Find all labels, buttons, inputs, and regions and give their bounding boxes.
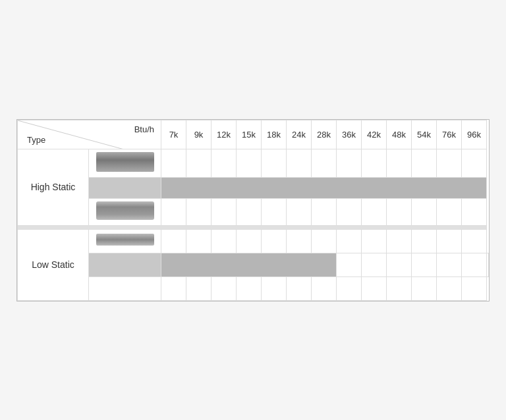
data-h2-96k (462, 198, 487, 225)
data-l1-76k (437, 229, 462, 253)
high-static-bar-image (89, 177, 161, 198)
col-9k: 9k (186, 120, 211, 149)
data-h1-24k (287, 149, 312, 177)
btu-label: Btu/h (134, 124, 154, 134)
col-76k: 76k (437, 120, 462, 149)
col-96k: 96k (462, 120, 487, 149)
data-h1-36k (337, 149, 362, 177)
low-static-label: Low Static (18, 229, 89, 300)
data-l2-48k (387, 276, 412, 300)
high-static-row-2 (18, 198, 489, 225)
data-h1-42k (362, 149, 387, 177)
data-h1-7k (161, 149, 186, 177)
data-h1-96k (462, 149, 487, 177)
data-l1-18k (262, 229, 287, 253)
data-l1-48k (387, 229, 412, 253)
data-h1-54k (412, 149, 437, 177)
duct-unit-high-2 (96, 201, 154, 220)
data-l1-28k (312, 229, 337, 253)
data-l2-54k (412, 276, 437, 300)
data-h2-9k (186, 198, 211, 225)
data-l2-12k (211, 276, 237, 300)
data-h1-15k (237, 149, 262, 177)
data-h2-12k (211, 198, 237, 225)
data-h1-9k (186, 149, 211, 177)
col-24k: 24k (287, 120, 312, 149)
type-btu-header: Btu/h Type (18, 120, 161, 149)
data-l2-42k (362, 276, 387, 300)
data-l1-15k (237, 229, 262, 253)
data-h1-48k (387, 149, 412, 177)
data-l2-96k (462, 276, 487, 300)
data-h2-7k (161, 198, 186, 225)
low-static-image-bottom (89, 276, 161, 300)
col-12k: 12k (211, 120, 237, 149)
low-static-bar (161, 253, 337, 276)
data-l1-9k (186, 229, 211, 253)
low-static-row-1: Low Static (18, 229, 489, 253)
duct-unit-high-1 (96, 152, 154, 172)
data-h2-36k (337, 198, 362, 225)
data-h2-18k (262, 198, 287, 225)
data-l2-15k (237, 276, 262, 300)
data-lb-42k (387, 253, 412, 276)
data-l1-7k (161, 229, 186, 253)
high-static-row-1: High Static (18, 149, 489, 177)
page-wrapper: Btu/h Type 7k 9k 12k 15k 18k 24k 28k 36k… (0, 0, 506, 420)
col-36k: 36k (337, 120, 362, 149)
data-l2-76k (437, 276, 462, 300)
data-lb-28k (337, 253, 362, 276)
header-row: Btu/h Type 7k 9k 12k 15k 18k 24k 28k 36k… (18, 120, 489, 149)
data-l1-36k (337, 229, 362, 253)
data-lb-54k (437, 253, 462, 276)
low-static-image-1 (89, 229, 161, 253)
data-h2-24k (287, 198, 312, 225)
data-lb-48k (412, 253, 437, 276)
data-l2-7k (161, 276, 186, 300)
data-h2-48k (387, 198, 412, 225)
col-15k: 15k (237, 120, 262, 149)
data-l1-24k (287, 229, 312, 253)
data-l2-9k (186, 276, 211, 300)
data-h2-42k (362, 198, 387, 225)
data-lb-76k (462, 253, 487, 276)
data-l1-12k (211, 229, 237, 253)
low-static-bar-row (18, 253, 489, 276)
high-static-bar-row (18, 177, 489, 198)
low-static-row-bottom (18, 276, 489, 300)
col-7k: 7k (161, 120, 186, 149)
data-h2-28k (312, 198, 337, 225)
data-h1-76k (437, 149, 462, 177)
data-l2-18k (262, 276, 287, 300)
data-lb-36k (362, 253, 387, 276)
data-h1-18k (262, 149, 287, 177)
low-static-bar-image (89, 253, 161, 276)
data-h2-15k (237, 198, 262, 225)
data-h2-54k (412, 198, 437, 225)
high-static-image-2 (89, 198, 161, 225)
data-h2-76k (437, 198, 462, 225)
type-label: Type (27, 135, 45, 145)
data-l2-36k (337, 276, 362, 300)
col-48k: 48k (387, 120, 412, 149)
data-h1-28k (312, 149, 337, 177)
high-static-bar (161, 177, 487, 198)
col-28k: 28k (312, 120, 337, 149)
data-l1-54k (412, 229, 437, 253)
high-static-label: High Static (18, 149, 89, 225)
data-l2-28k (312, 276, 337, 300)
high-static-image-1 (89, 149, 161, 177)
data-l2-24k (287, 276, 312, 300)
data-lb-96k (487, 253, 489, 276)
col-18k: 18k (262, 120, 287, 149)
col-42k: 42k (362, 120, 387, 149)
data-l1-42k (362, 229, 387, 253)
table-container: Btu/h Type 7k 9k 12k 15k 18k 24k 28k 36k… (16, 119, 490, 302)
data-l1-96k (462, 229, 487, 253)
data-h1-12k (211, 149, 237, 177)
col-54k: 54k (412, 120, 437, 149)
duct-unit-low-1 (96, 234, 154, 246)
